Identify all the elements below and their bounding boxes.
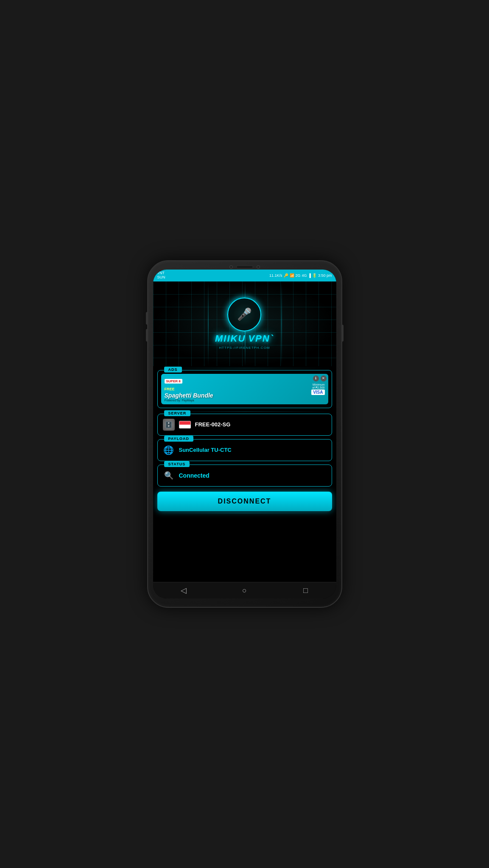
battery-icon: 🔋 — [312, 273, 317, 278]
phone-device: TNT SUN 11.1K/s 🔑 📶 2G 4G ▐ 🔋 3:50 pm — [147, 260, 342, 608]
carrier-info: TNT SUN — [157, 271, 165, 280]
ad-info-button[interactable]: ℹ — [313, 376, 319, 381]
ads-label: ADS — [164, 367, 182, 373]
payload-name: SunCellular TU-CTC — [179, 447, 232, 453]
status-bar: TNT SUN 11.1K/s 🔑 📶 2G 4G ▐ 🔋 3:50 pm — [153, 270, 336, 281]
recents-button[interactable]: □ — [299, 586, 312, 595]
payload-inner[interactable]: 🌐 SunCellular TU-CTC — [157, 439, 332, 461]
tron-line-1 — [208, 281, 209, 366]
super8-brand: SUPER 8 — [165, 379, 182, 384]
status-value: Connected — [179, 472, 210, 479]
earpiece-speaker — [236, 265, 253, 269]
app-logo: 🎤 MIIKU VPN` HTTPS://FIRENETPH.COM — [215, 298, 274, 350]
ad-close-button[interactable]: ✕ — [321, 376, 327, 381]
tron-divider-1 — [157, 368, 332, 368]
logo-vpn: VPN` — [248, 333, 274, 344]
phone-screen: TNT SUN 11.1K/s 🔑 📶 2G 4G ▐ 🔋 3:50 pm — [153, 270, 336, 598]
logo-url: HTTPS://FIRENETPH.COM — [215, 346, 274, 350]
hero-section: 🎤 MIIKU VPN` HTTPS://FIRENETPH.COM — [153, 281, 336, 366]
server-db-icon: 🗄️ — [163, 419, 175, 431]
status-section: STATUS 🔍 Connected — [157, 465, 332, 487]
status-search-icon: 🔍 — [163, 470, 175, 481]
logo-text: MIIKU VPN` — [215, 333, 274, 344]
ads-right-info: Minimum of ₱2,500 VISA — [311, 383, 324, 395]
power-button[interactable] — [341, 325, 344, 342]
ads-banner[interactable]: SUPER 8 FREE Spaghetti Bundle Powered by… — [161, 374, 328, 404]
wifi-icon: 📶 — [290, 273, 294, 278]
singapore-flag — [179, 421, 191, 428]
logo-circle: 🎤 — [227, 298, 261, 331]
2g-indicator: 2G — [296, 273, 301, 278]
home-button[interactable]: ○ — [238, 586, 251, 595]
free-badge: FREE — [165, 387, 175, 391]
server-section: SERVER 🗄️ FREE-002-SG — [157, 414, 332, 436]
tron-divider-bottom — [157, 513, 332, 513]
sections-area: ADS SUPER 8 FREE Spaghetti Bundle Powere… — [153, 368, 336, 519]
server-inner[interactable]: 🗄️ FREE-002-SG — [157, 414, 332, 436]
payload-globe-icon: 🌐 — [163, 444, 175, 456]
server-label: SERVER — [164, 410, 191, 416]
navigation-bar: ◁ ○ □ — [153, 582, 336, 598]
front-camera — [229, 265, 233, 269]
payload-section: PAYLOAD 🌐 SunCellular TU-CTC — [157, 439, 332, 461]
ads-section: ADS SUPER 8 FREE Spaghetti Bundle Powere… — [157, 370, 332, 408]
paymaya-brand: PayMaya — [182, 399, 194, 402]
carrier-secondary: SUN — [157, 275, 165, 280]
app-content: 🎤 MIIKU VPN` HTTPS://FIRENETPH.COM ADS — [153, 281, 336, 582]
phone-top-hardware — [229, 265, 260, 269]
visa-badge: VISA — [311, 389, 324, 395]
minimum-label: Minimum — [311, 383, 324, 386]
spaghetti-text: Spaghetti Bundle — [165, 392, 308, 399]
powered-by: Powered by: — [165, 399, 181, 402]
sensor-dot — [257, 265, 260, 269]
tron-line-3 — [281, 281, 282, 366]
payload-label: PAYLOAD — [164, 436, 194, 442]
disconnect-button[interactable]: DISCONNECT — [157, 492, 332, 511]
volume-up-button[interactable] — [146, 312, 148, 325]
volume-down-button[interactable] — [146, 329, 148, 342]
status-label: STATUS — [164, 461, 190, 467]
key-icon: 🔑 — [284, 273, 288, 278]
status-inner: 🔍 Connected — [157, 465, 332, 487]
signal-icon: ▐ — [308, 273, 311, 278]
network-speed: 11.1K/s — [269, 273, 282, 278]
anime-character: 🎤 — [237, 309, 252, 320]
logo-miiku: MIIKU — [215, 333, 246, 344]
clock: 3:50 pm — [318, 273, 332, 278]
status-icons: 11.1K/s 🔑 📶 2G 4G ▐ 🔋 3:50 pm — [269, 273, 332, 278]
server-name: FREE-002-SG — [195, 421, 231, 428]
4g-indicator: 4G — [302, 273, 307, 278]
paymaya-text: Powered by: PayMaya — [165, 399, 308, 402]
back-button[interactable]: ◁ — [177, 586, 190, 595]
minimum-amount: of ₱2,500 — [311, 386, 324, 389]
ads-inner[interactable]: SUPER 8 FREE Spaghetti Bundle Powered by… — [157, 370, 332, 408]
ads-content: SUPER 8 FREE Spaghetti Bundle Powered by… — [165, 376, 308, 402]
